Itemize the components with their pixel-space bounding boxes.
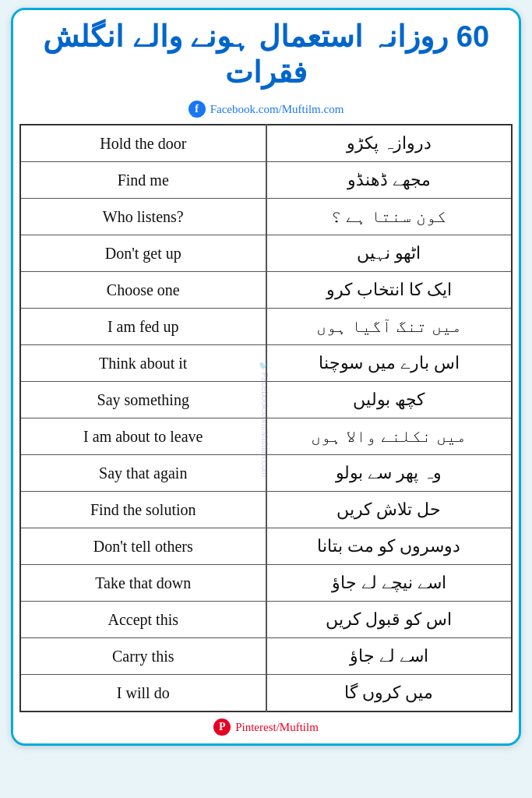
- urdu-phrase: اٹھو نہیں: [266, 235, 513, 272]
- pinterest-icon: P: [213, 719, 231, 736]
- table-row: Accept thisاس کو قبول کریں: [20, 602, 512, 638]
- footer: P Pinterest/Muftilm: [13, 712, 519, 743]
- urdu-phrase: دروازہ پکڑو: [266, 125, 513, 162]
- table-row: Hold the doorدروازہ پکڑو: [20, 125, 512, 162]
- title-urdu: روزانہ استعمال ہونے والے انگلش فقرات: [43, 20, 448, 89]
- english-phrase: Don't get up: [20, 235, 266, 272]
- page-title: 60 روزانہ استعمال ہونے والے انگلش فقرات: [29, 19, 503, 90]
- table-row: I am fed upمیں تنگ آگیا ہوں: [20, 309, 512, 345]
- urdu-phrase: اسے نیچے لے جاؤ: [266, 565, 513, 602]
- english-phrase: Take that down: [20, 565, 266, 602]
- urdu-phrase: میں تنگ آگیا ہوں: [266, 309, 513, 345]
- title-number: 60: [456, 19, 489, 55]
- main-card: 60 روزانہ استعمال ہونے والے انگلش فقرات …: [11, 8, 521, 746]
- urdu-phrase: ایک کا انتخاب کرو: [266, 272, 513, 309]
- facebook-icon: f: [188, 101, 206, 118]
- urdu-phrase: اس کو قبول کریں: [266, 602, 513, 638]
- urdu-phrase: حل تلاش کریں: [266, 492, 513, 528]
- urdu-phrase: مجھے ڈھنڈو: [266, 162, 513, 199]
- table-row: Who listens?کون سنتا ہے ؟: [20, 199, 512, 235]
- english-phrase: Find me: [20, 162, 266, 199]
- table-container: 🐦 Facebook.com/Muftilm.com Hold the door…: [13, 124, 519, 712]
- english-phrase: Don't tell others: [20, 528, 266, 565]
- table-row: Don't tell othersدوسروں کو مت بتانا: [20, 528, 512, 565]
- english-phrase: Accept this: [20, 602, 266, 638]
- english-phrase: Choose one: [20, 272, 266, 309]
- english-phrase: Say something: [20, 382, 266, 418]
- header: 60 روزانہ استعمال ہونے والے انگلش فقرات: [13, 10, 519, 97]
- english-phrase: I am fed up: [20, 309, 266, 345]
- english-phrase: Carry this: [20, 638, 266, 675]
- english-phrase: Think about it: [20, 345, 266, 382]
- english-phrase: Find the solution: [20, 492, 266, 528]
- table-row: I am about to leaveمیں نکلنے والا ہوں: [20, 418, 512, 455]
- urdu-phrase: وہ پھر سے بولو: [266, 455, 513, 492]
- table-row: Say somethingکچھ بولیں: [20, 382, 512, 418]
- facebook-bar: f Facebook.com/Muftilm.com: [13, 97, 519, 124]
- table-row: Carry thisاسے لے جاؤ: [20, 638, 512, 675]
- phrases-table: Hold the doorدروازہ پکڑوFind meمجھے ڈھنڈ…: [19, 124, 513, 712]
- facebook-label: Facebook.com/Muftilm.com: [210, 103, 344, 116]
- english-phrase: Say that again: [20, 455, 266, 492]
- urdu-phrase: اسے لے جاؤ: [266, 638, 513, 675]
- table-row: Take that downاسے نیچے لے جاؤ: [20, 565, 512, 602]
- urdu-phrase: کون سنتا ہے ؟: [266, 199, 513, 235]
- english-phrase: I will do: [20, 675, 266, 712]
- footer-label: Pinterest/Muftilm: [235, 721, 319, 734]
- table-row: Say that againوہ پھر سے بولو: [20, 455, 512, 492]
- urdu-phrase: اس بارے میں سوچنا: [266, 345, 513, 382]
- english-phrase: Hold the door: [20, 125, 266, 162]
- english-phrase: I am about to leave: [20, 418, 266, 455]
- english-phrase: Who listens?: [20, 199, 266, 235]
- urdu-phrase: دوسروں کو مت بتانا: [266, 528, 513, 565]
- urdu-phrase: کچھ بولیں: [266, 382, 513, 418]
- table-row: Don't get upاٹھو نہیں: [20, 235, 512, 272]
- table-row: Think about itاس بارے میں سوچنا: [20, 345, 512, 382]
- table-row: Find meمجھے ڈھنڈو: [20, 162, 512, 199]
- table-row: I will doمیں کروں گا: [20, 675, 512, 712]
- table-row: Choose oneایک کا انتخاب کرو: [20, 272, 512, 309]
- urdu-phrase: میں نکلنے والا ہوں: [266, 418, 513, 455]
- table-row: Find the solutionحل تلاش کریں: [20, 492, 512, 528]
- urdu-phrase: میں کروں گا: [266, 675, 513, 712]
